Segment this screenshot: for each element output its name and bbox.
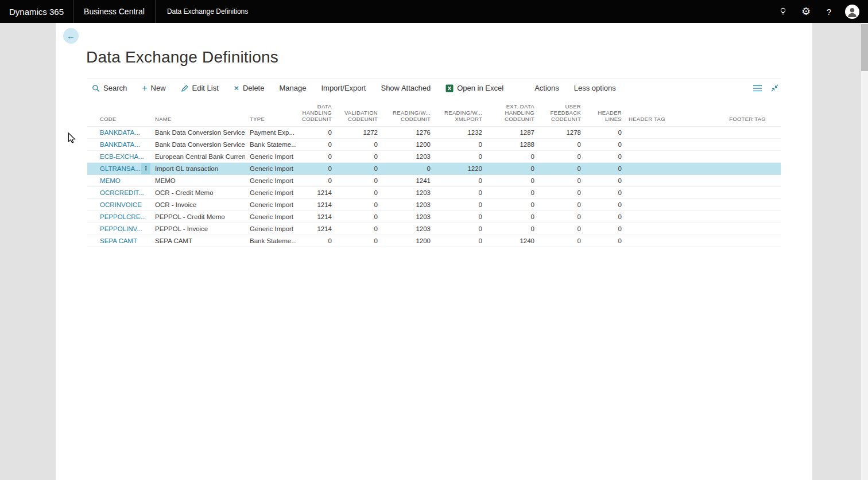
manage-button[interactable]: Manage [279, 84, 306, 92]
page-container: ← Data Exchange Definitions Search + New… [56, 23, 812, 480]
header_lines-cell: 0 [583, 210, 624, 223]
user_feedback_codeunit-cell: 0 [537, 162, 583, 174]
settings-button[interactable]: ⚙ [795, 0, 817, 23]
delete-x-icon: ✕ [234, 85, 239, 92]
vertical-scrollbar[interactable] [861, 23, 868, 480]
reading_writing_xmlport-cell: 0 [433, 198, 485, 210]
code-link[interactable]: OCRINVOICE [100, 201, 142, 208]
gear-icon: ⚙ [801, 6, 811, 17]
table-row[interactable]: PEPPOLCRE...PEPPOL - Credit MemoGeneric … [87, 210, 781, 223]
table-body: BANKDATA...Bank Data Conversion Service … [87, 126, 781, 247]
open-in-excel-label: Open in Excel [457, 84, 503, 92]
data_handling_codeunit-cell: 1214 [296, 223, 334, 235]
actions-button[interactable]: Actions [534, 84, 559, 92]
code-link[interactable]: MEMO [100, 177, 121, 184]
column-header-name[interactable]: NAME [150, 97, 245, 126]
column-header-ext_data_handling_codeunit[interactable]: EXT. DATA HANDLING CODEUNIT [485, 97, 537, 126]
column-header-validation_codeunit[interactable]: VALIDATION CODEUNIT [334, 97, 380, 126]
column-header-header_tag[interactable]: HEADER TAG [624, 97, 722, 126]
code-cell: OCRINVOICE [87, 198, 150, 210]
less-options-button[interactable]: Less options [574, 84, 616, 92]
column-header-type[interactable]: TYPE [245, 97, 296, 126]
header_tag-cell [624, 174, 722, 186]
name-cell: Bank Data Conversion Service -... [150, 126, 245, 138]
scrollbar-thumb[interactable] [861, 24, 868, 71]
search-button[interactable]: Search [92, 84, 127, 92]
import-export-button[interactable]: Import/Export [321, 84, 366, 92]
data_handling_codeunit-cell: 0 [296, 126, 334, 138]
type-cell: Generic Import [245, 174, 296, 186]
page-title: Data Exchange Definitions [86, 48, 278, 67]
footer_tag-cell [722, 223, 781, 235]
delete-button[interactable]: ✕ Delete [234, 84, 265, 92]
code-link[interactable]: BANKDATA... [100, 141, 140, 148]
app-name[interactable]: Business Central [73, 0, 155, 23]
type-cell: Generic Import [245, 198, 296, 210]
footer_tag-cell [722, 126, 781, 138]
name-cell: PEPPOL - Credit Memo [150, 210, 245, 223]
reading_writing_xmlport-cell: 0 [433, 223, 485, 235]
user_feedback_codeunit-cell: 0 [537, 235, 583, 247]
column-header-user_feedback_codeunit[interactable]: USER FEEDBACK CODEUNIT [537, 97, 583, 126]
code-link[interactable]: OCRCREDIT... [100, 189, 144, 196]
table-row[interactable]: OCRINVOICEOCR - InvoiceGeneric Import121… [87, 198, 781, 210]
table-row[interactable]: OCRCREDIT...OCR - Credit MemoGeneric Imp… [87, 186, 781, 198]
user_feedback_codeunit-cell: 0 [537, 138, 583, 150]
column-header-code[interactable]: CODE [87, 97, 150, 126]
reading_writing_xmlport-cell: 1220 [433, 162, 485, 174]
code-link[interactable]: GLTRANSA... [100, 165, 141, 172]
table-row[interactable]: SEPA CAMTSEPA CAMTBank Stateme...0012000… [87, 235, 781, 247]
ext_data_handling_codeunit-cell: 0 [485, 186, 537, 198]
show-attached-button[interactable]: Show Attached [381, 84, 431, 92]
back-button[interactable]: ← [63, 28, 79, 44]
list-view-icon[interactable] [753, 85, 762, 92]
validation_codeunit-cell: 0 [334, 150, 380, 162]
user_feedback_codeunit-cell: 0 [537, 150, 583, 162]
header_lines-cell: 0 [583, 174, 624, 186]
user_feedback_codeunit-cell: 1278 [537, 126, 583, 138]
reading_writing_xmlport-cell: 0 [433, 235, 485, 247]
dynamics-365-logo[interactable]: Dynamics 365 [0, 0, 73, 23]
code-link[interactable]: SEPA CAMT [100, 237, 137, 244]
help-button[interactable]: ? [817, 0, 840, 23]
table-row[interactable]: GLTRANSA...⋮Import GL transactionGeneric… [87, 162, 781, 174]
table-row[interactable]: BANKDATA...Bank Data Conversion Service … [87, 126, 781, 138]
reading_writing_xmlport-cell: 0 [433, 174, 485, 186]
edit-pencil-icon [181, 84, 189, 92]
edit-list-button[interactable]: Edit List [181, 84, 219, 92]
code-link[interactable]: ECB-EXCHA... [100, 153, 144, 160]
ext_data_handling_codeunit-cell: 1288 [485, 138, 537, 150]
column-header-footer_tag[interactable]: FOOTER TAG [722, 97, 781, 126]
collapse-icon[interactable] [771, 84, 778, 92]
code-link[interactable]: PEPPOLCRE... [100, 213, 146, 220]
ext_data_handling_codeunit-cell: 1287 [485, 126, 537, 138]
breadcrumb: Data Exchange Definitions [156, 0, 259, 23]
user_feedback_codeunit-cell: 0 [537, 223, 583, 235]
row-context-menu-button[interactable]: ⋮ [141, 163, 150, 174]
new-button[interactable]: + New [142, 84, 165, 92]
name-cell: Import GL transaction [150, 162, 245, 174]
header_lines-cell: 0 [583, 198, 624, 210]
type-cell: Generic Import [245, 186, 296, 198]
code-cell: BANKDATA... [87, 138, 150, 150]
header_lines-cell: 0 [583, 126, 624, 138]
code-link[interactable]: PEPPOLINV... [100, 225, 142, 232]
column-header-data_handling_codeunit[interactable]: DATA HANDLING CODEUNIT [296, 97, 334, 126]
tell-me-button[interactable] [772, 0, 795, 23]
less-options-label: Less options [574, 84, 616, 92]
action-bar: Search + New Edit List ✕ Delete Manage I… [87, 78, 781, 97]
excel-icon [445, 84, 454, 92]
table-row[interactable]: BANKDATA...Bank Data Conversion Service … [87, 138, 781, 150]
code-link[interactable]: BANKDATA... [100, 129, 140, 136]
table-row[interactable]: ECB-EXCHA...European Central Bank Curren… [87, 150, 781, 162]
table-row[interactable]: MEMOMEMOGeneric Import0012410000 [87, 174, 781, 186]
account-button[interactable] [840, 0, 863, 23]
header_tag-cell [624, 150, 722, 162]
open-in-excel-button[interactable]: Open in Excel [445, 84, 503, 92]
column-header-header_lines[interactable]: HEADER LINES [583, 97, 624, 126]
code-cell: BANKDATA... [87, 126, 150, 138]
ext_data_handling_codeunit-cell: 0 [485, 150, 537, 162]
column-header-reading_writing_codeunit[interactable]: READING/W... CODEUNIT [380, 97, 433, 126]
column-header-reading_writing_xmlport[interactable]: READING/W... XMLPORT [433, 97, 485, 126]
table-row[interactable]: PEPPOLINV...PEPPOL - InvoiceGeneric Impo… [87, 223, 781, 235]
